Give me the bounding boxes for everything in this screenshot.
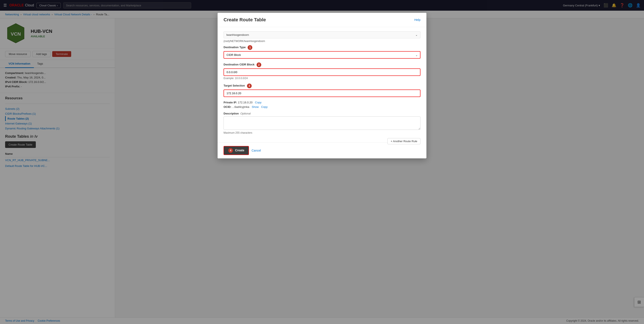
badge-3: 3: [247, 84, 252, 88]
ocid-value: ...6ad4cyjmka: [232, 105, 249, 108]
private-ip-copy-link[interactable]: Copy: [255, 101, 262, 104]
modal-footer: 4 Create Cancel: [218, 142, 388, 158]
main-layout: VCN HUB-VCN AVAILABLE Move resource Add …: [0, 18, 644, 323]
destination-type-label: Destination Type 1: [224, 45, 420, 50]
destination-type-select-wrapper: CIDR BlockService: [224, 51, 420, 58]
ocid-copy-link[interactable]: Copy: [261, 105, 268, 108]
destination-cidr-input[interactable]: 0.0.0.0/0: [224, 68, 420, 76]
destination-cidr-example: Example: 10.0.0.0/24: [224, 77, 420, 80]
target-selection-label: Target Selection 3: [224, 84, 420, 88]
ocid-show-link[interactable]: Show: [252, 105, 259, 108]
ocid-label: OCID:: [224, 105, 232, 108]
private-ip-label: Private IP:: [224, 101, 237, 104]
create-button[interactable]: 4 Create: [224, 146, 249, 155]
description-input[interactable]: [224, 116, 420, 130]
compartment-dropdown-icon: ⌄: [415, 33, 418, 36]
modal-help-link[interactable]: Help: [414, 18, 420, 22]
target-selection-input[interactable]: 172.16.0.20: [224, 90, 420, 97]
modal-header: Create Route Table Help: [218, 18, 426, 27]
badge-1: 1: [248, 45, 252, 50]
badge-2: 2: [256, 62, 261, 67]
cancel-button[interactable]: Cancel: [252, 149, 261, 152]
target-selection-group: Target Selection 3 172.16.0.20: [224, 84, 420, 97]
compartment-selected-value: IwanHoogendoorn: [226, 33, 249, 36]
modal-body: IwanHoogendoorn ⌄ (root)/NETWORK/IwanHoo…: [218, 27, 426, 142]
create-route-table-modal: Create Route Table Help IwanHoogendoorn …: [218, 18, 426, 158]
compartment-selector[interactable]: IwanHoogendoorn ⌄: [224, 31, 420, 38]
modal-title: Create Route Table: [224, 18, 266, 22]
private-ip-value: 172.16.0.20: [238, 101, 252, 104]
ocid-info: OCID: ...6ad4cyjmka Show Copy: [224, 105, 420, 108]
compartment-path: (root)/NETWORK/IwanHoogendoorn: [224, 40, 420, 43]
description-optional: Optional: [240, 112, 250, 115]
description-group: Description Optional Maximum 255 charact…: [224, 112, 420, 134]
another-route-rule-button[interactable]: + Another Route Rule: [388, 138, 420, 144]
modal-overlay: Create Route Table Help IwanHoogendoorn …: [0, 18, 644, 323]
destination-type-select[interactable]: CIDR BlockService: [224, 51, 420, 58]
private-ip-info: Private IP: 172.16.0.20 Copy: [224, 101, 420, 104]
destination-type-group: Destination Type 1 CIDR BlockService: [224, 45, 420, 58]
badge-4: 4: [228, 148, 233, 153]
destination-cidr-group: Destination CIDR Block 2 0.0.0.0/0 Examp…: [224, 62, 420, 80]
destination-cidr-label: Destination CIDR Block 2: [224, 62, 420, 67]
description-hint: Maximum 255 characters: [224, 131, 420, 134]
description-label: Description Optional: [224, 112, 420, 115]
